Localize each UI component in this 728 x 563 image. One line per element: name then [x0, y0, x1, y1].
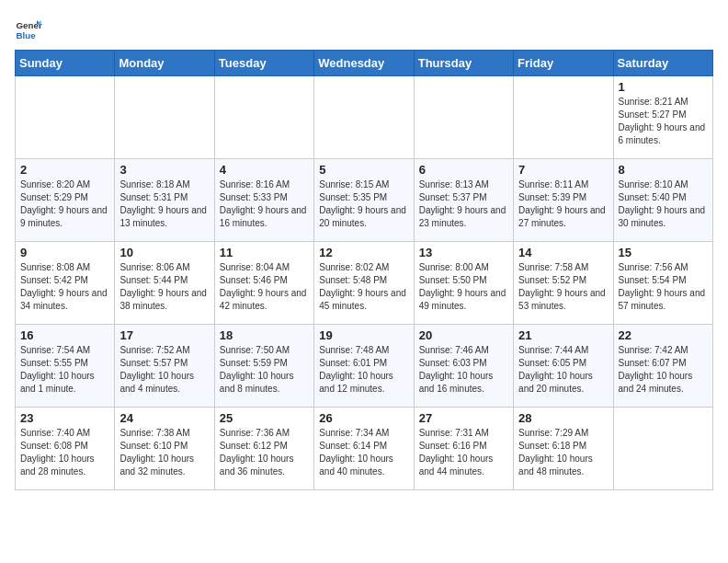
calendar-cell: 12Sunrise: 8:02 AM Sunset: 5:48 PM Dayli… [314, 242, 414, 325]
weekday-header-tuesday: Tuesday [214, 51, 313, 76]
calendar-cell: 7Sunrise: 8:11 AM Sunset: 5:39 PM Daylig… [514, 159, 613, 242]
weekday-header-row: SundayMondayTuesdayWednesdayThursdayFrid… [16, 51, 713, 76]
calendar-cell [115, 76, 214, 159]
calendar-cell: 13Sunrise: 8:00 AM Sunset: 5:50 PM Dayli… [414, 242, 513, 325]
day-info: Sunrise: 7:52 AM Sunset: 5:57 PM Dayligh… [119, 344, 209, 396]
day-info: Sunrise: 7:34 AM Sunset: 6:14 PM Dayligh… [319, 427, 408, 478]
day-info: Sunrise: 7:54 AM Sunset: 5:55 PM Dayligh… [20, 344, 109, 396]
svg-text:Blue: Blue [17, 30, 37, 40]
calendar-cell [414, 76, 513, 159]
day-number: 6 [419, 163, 508, 177]
day-number: 20 [419, 328, 508, 342]
day-number: 12 [319, 246, 408, 259]
day-number: 3 [119, 163, 209, 177]
day-number: 1 [619, 80, 708, 94]
calendar-cell: 21Sunrise: 7:44 AM Sunset: 6:05 PM Dayli… [514, 325, 613, 408]
calendar-cell: 3Sunrise: 8:18 AM Sunset: 5:31 PM Daylig… [115, 159, 214, 242]
calendar-cell: 10Sunrise: 8:06 AM Sunset: 5:44 PM Dayli… [115, 242, 214, 325]
calendar-cell: 26Sunrise: 7:34 AM Sunset: 6:14 PM Dayli… [314, 408, 414, 490]
day-number: 15 [619, 246, 708, 259]
day-number: 8 [619, 163, 708, 177]
day-info: Sunrise: 7:44 AM Sunset: 6:05 PM Dayligh… [518, 344, 608, 396]
calendar-cell [214, 76, 313, 159]
weekday-header-saturday: Saturday [613, 51, 712, 76]
calendar-cell: 28Sunrise: 7:29 AM Sunset: 6:18 PM Dayli… [514, 408, 613, 490]
calendar-cell: 23Sunrise: 7:40 AM Sunset: 6:08 PM Dayli… [16, 408, 115, 490]
calendar-cell: 16Sunrise: 7:54 AM Sunset: 5:55 PM Dayli… [16, 325, 115, 408]
calendar-cell: 6Sunrise: 8:13 AM Sunset: 5:37 PM Daylig… [414, 159, 513, 242]
calendar-cell: 15Sunrise: 7:56 AM Sunset: 5:54 PM Dayli… [613, 242, 712, 325]
day-number: 4 [220, 163, 309, 177]
logo: General Blue [15, 15, 42, 42]
calendar-cell: 11Sunrise: 8:04 AM Sunset: 5:46 PM Dayli… [214, 242, 313, 325]
day-info: Sunrise: 7:40 AM Sunset: 6:08 PM Dayligh… [20, 427, 109, 478]
day-info: Sunrise: 7:48 AM Sunset: 6:01 PM Dayligh… [319, 344, 408, 396]
day-number: 5 [319, 163, 408, 177]
weekday-header-thursday: Thursday [414, 51, 513, 76]
day-info: Sunrise: 8:21 AM Sunset: 5:27 PM Dayligh… [619, 96, 708, 147]
weekday-header-sunday: Sunday [16, 51, 115, 76]
day-number: 10 [119, 246, 209, 259]
day-number: 11 [220, 246, 309, 259]
day-info: Sunrise: 7:42 AM Sunset: 6:07 PM Dayligh… [619, 344, 708, 396]
day-info: Sunrise: 8:04 AM Sunset: 5:46 PM Dayligh… [220, 261, 309, 313]
page-header: General Blue [15, 15, 713, 42]
day-number: 25 [220, 411, 309, 425]
day-number: 9 [20, 246, 109, 259]
day-number: 19 [319, 328, 408, 342]
day-info: Sunrise: 7:56 AM Sunset: 5:54 PM Dayligh… [619, 261, 708, 313]
calendar-cell: 24Sunrise: 7:38 AM Sunset: 6:10 PM Dayli… [115, 408, 214, 490]
svg-text:General: General [17, 20, 43, 30]
calendar-cell: 19Sunrise: 7:48 AM Sunset: 6:01 PM Dayli… [314, 325, 414, 408]
day-info: Sunrise: 7:38 AM Sunset: 6:10 PM Dayligh… [119, 427, 209, 478]
day-number: 26 [319, 411, 408, 425]
calendar-cell: 4Sunrise: 8:16 AM Sunset: 5:33 PM Daylig… [214, 159, 313, 242]
day-number: 13 [419, 246, 508, 259]
day-number: 17 [119, 328, 209, 342]
day-number: 28 [518, 411, 608, 425]
day-info: Sunrise: 7:50 AM Sunset: 5:59 PM Dayligh… [220, 344, 309, 396]
day-info: Sunrise: 7:29 AM Sunset: 6:18 PM Dayligh… [518, 427, 608, 478]
calendar-cell [314, 76, 414, 159]
calendar-cell: 14Sunrise: 7:58 AM Sunset: 5:52 PM Dayli… [514, 242, 613, 325]
calendar-cell: 8Sunrise: 8:10 AM Sunset: 5:40 PM Daylig… [613, 159, 712, 242]
calendar-cell: 2Sunrise: 8:20 AM Sunset: 5:29 PM Daylig… [16, 159, 115, 242]
day-number: 27 [419, 411, 508, 425]
day-info: Sunrise: 8:15 AM Sunset: 5:35 PM Dayligh… [319, 178, 408, 230]
day-info: Sunrise: 8:11 AM Sunset: 5:39 PM Dayligh… [518, 178, 608, 230]
day-info: Sunrise: 7:58 AM Sunset: 5:52 PM Dayligh… [518, 261, 608, 313]
calendar-cell: 1Sunrise: 8:21 AM Sunset: 5:27 PM Daylig… [613, 76, 712, 159]
day-info: Sunrise: 8:16 AM Sunset: 5:33 PM Dayligh… [220, 178, 309, 230]
day-info: Sunrise: 8:02 AM Sunset: 5:48 PM Dayligh… [319, 261, 408, 313]
day-number: 24 [119, 411, 209, 425]
calendar-cell: 18Sunrise: 7:50 AM Sunset: 5:59 PM Dayli… [214, 325, 313, 408]
day-number: 16 [20, 328, 109, 342]
day-info: Sunrise: 8:10 AM Sunset: 5:40 PM Dayligh… [619, 178, 708, 230]
day-number: 21 [518, 328, 608, 342]
calendar-table: SundayMondayTuesdayWednesdayThursdayFrid… [15, 50, 713, 490]
day-info: Sunrise: 8:08 AM Sunset: 5:42 PM Dayligh… [20, 261, 109, 313]
weekday-header-monday: Monday [115, 51, 214, 76]
calendar-cell: 27Sunrise: 7:31 AM Sunset: 6:16 PM Dayli… [414, 408, 513, 490]
day-info: Sunrise: 8:00 AM Sunset: 5:50 PM Dayligh… [419, 261, 508, 313]
day-number: 22 [619, 328, 708, 342]
day-info: Sunrise: 7:36 AM Sunset: 6:12 PM Dayligh… [220, 427, 309, 478]
calendar-cell: 25Sunrise: 7:36 AM Sunset: 6:12 PM Dayli… [214, 408, 313, 490]
logo-icon: General Blue [15, 15, 42, 42]
week-row-3: 16Sunrise: 7:54 AM Sunset: 5:55 PM Dayli… [16, 325, 713, 408]
calendar-cell [16, 76, 115, 159]
week-row-1: 2Sunrise: 8:20 AM Sunset: 5:29 PM Daylig… [16, 159, 713, 242]
week-row-0: 1Sunrise: 8:21 AM Sunset: 5:27 PM Daylig… [16, 76, 713, 159]
day-info: Sunrise: 8:20 AM Sunset: 5:29 PM Dayligh… [20, 178, 109, 230]
calendar-cell [514, 76, 613, 159]
calendar-cell: 17Sunrise: 7:52 AM Sunset: 5:57 PM Dayli… [115, 325, 214, 408]
day-number: 7 [518, 163, 608, 177]
day-info: Sunrise: 7:46 AM Sunset: 6:03 PM Dayligh… [419, 344, 508, 396]
calendar-cell: 9Sunrise: 8:08 AM Sunset: 5:42 PM Daylig… [16, 242, 115, 325]
day-info: Sunrise: 8:18 AM Sunset: 5:31 PM Dayligh… [119, 178, 209, 230]
calendar-cell: 22Sunrise: 7:42 AM Sunset: 6:07 PM Dayli… [613, 325, 712, 408]
calendar-cell: 20Sunrise: 7:46 AM Sunset: 6:03 PM Dayli… [414, 325, 513, 408]
day-number: 2 [20, 163, 109, 177]
day-number: 18 [220, 328, 309, 342]
day-info: Sunrise: 8:06 AM Sunset: 5:44 PM Dayligh… [119, 261, 209, 313]
